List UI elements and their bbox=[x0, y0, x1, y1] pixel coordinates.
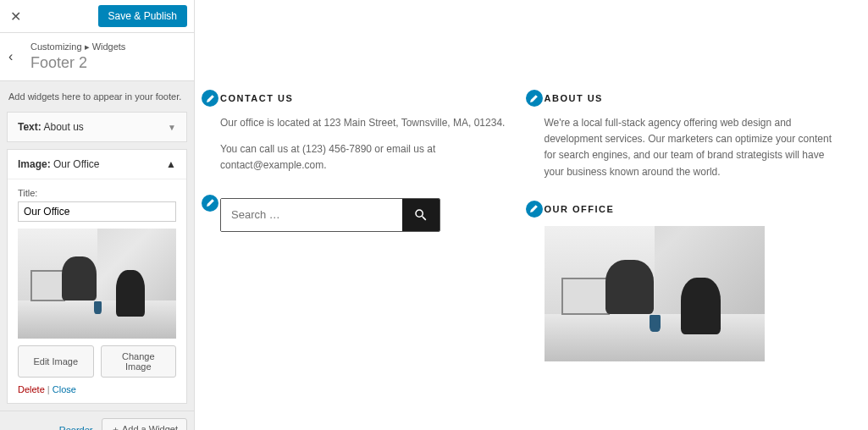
widget-list: Text: About us ▼ Image: Our Office ▲ Tit… bbox=[0, 112, 194, 411]
sidebar-header: ✕ Save & Publish bbox=[0, 0, 194, 33]
delete-link[interactable]: Delete bbox=[18, 384, 45, 394]
widget-body: Title: Edit Image Change Image bbox=[8, 179, 186, 403]
section-title: Footer 2 bbox=[30, 54, 184, 72]
close-link[interactable]: Close bbox=[53, 384, 76, 394]
hint-text: Add widgets here to appear in your foote… bbox=[0, 81, 194, 112]
search-button[interactable] bbox=[402, 199, 440, 231]
reorder-link[interactable]: Reorder bbox=[59, 425, 93, 431]
office-widget: OUR OFFICE bbox=[545, 204, 843, 361]
title-input[interactable] bbox=[18, 201, 176, 222]
edit-image-button[interactable]: Edit Image bbox=[18, 345, 94, 378]
widget-paragraph: You can call us at (123) 456-7890 or ema… bbox=[220, 141, 519, 174]
image-preview[interactable] bbox=[18, 229, 176, 339]
widget-header[interactable]: Image: Our Office ▲ bbox=[8, 150, 186, 179]
back-arrow-icon[interactable]: ‹ bbox=[8, 49, 13, 64]
close-icon[interactable]: ✕ bbox=[7, 8, 24, 25]
breadcrumb: Customizing ▸ Widgets bbox=[30, 41, 184, 52]
widget-heading: OUR OFFICE bbox=[545, 204, 843, 214]
edit-shortcut-icon[interactable] bbox=[526, 201, 543, 218]
office-image bbox=[545, 226, 765, 361]
about-widget: ABOUT US We're a local full-stack agency… bbox=[545, 93, 843, 180]
edit-shortcut-icon[interactable] bbox=[202, 195, 218, 212]
search-icon bbox=[413, 207, 428, 223]
footer-col-1: CONTACT US Our office is located at 123 … bbox=[220, 93, 519, 385]
chevron-down-icon: ▼ bbox=[168, 123, 176, 132]
widget-paragraph: We're a local full-stack agency offering… bbox=[545, 115, 843, 180]
preview-pane: CONTACT US Our office is located at 123 … bbox=[195, 0, 868, 430]
customizer-sidebar: ✕ Save & Publish ‹ Customizing ▸ Widgets… bbox=[0, 0, 195, 430]
footer-col-2: ABOUT US We're a local full-stack agency… bbox=[545, 93, 843, 385]
title-label: Title: bbox=[18, 188, 176, 198]
widget-image-office: Image: Our Office ▲ Title: bbox=[7, 149, 187, 404]
breadcrumb-section: ‹ Customizing ▸ Widgets Footer 2 bbox=[0, 33, 194, 81]
edit-shortcut-icon[interactable] bbox=[202, 90, 218, 107]
search-widget bbox=[220, 198, 519, 232]
widget-heading: ABOUT US bbox=[545, 93, 843, 103]
add-widget-button[interactable]: ＋ Add a Widget bbox=[102, 418, 188, 430]
widget-text-about[interactable]: Text: About us ▼ bbox=[7, 112, 187, 142]
widget-paragraph: Our office is located at 123 Main Street… bbox=[220, 115, 519, 131]
widget-label: Text: About us bbox=[18, 121, 84, 133]
widget-heading: CONTACT US bbox=[220, 93, 519, 103]
change-image-button[interactable]: Change Image bbox=[101, 345, 177, 378]
sidebar-footer: Reorder ＋ Add a Widget bbox=[0, 411, 194, 430]
widget-label: Image: Our Office bbox=[18, 158, 100, 170]
search-box bbox=[220, 198, 440, 232]
contact-widget: CONTACT US Our office is located at 123 … bbox=[220, 93, 519, 174]
plus-icon: ＋ bbox=[111, 424, 120, 430]
save-publish-button[interactable]: Save & Publish bbox=[98, 5, 187, 27]
edit-shortcut-icon[interactable] bbox=[526, 90, 543, 107]
widget-action-links: Delete | Close bbox=[18, 384, 176, 394]
chevron-up-icon: ▲ bbox=[166, 158, 176, 170]
search-input[interactable] bbox=[221, 199, 402, 231]
